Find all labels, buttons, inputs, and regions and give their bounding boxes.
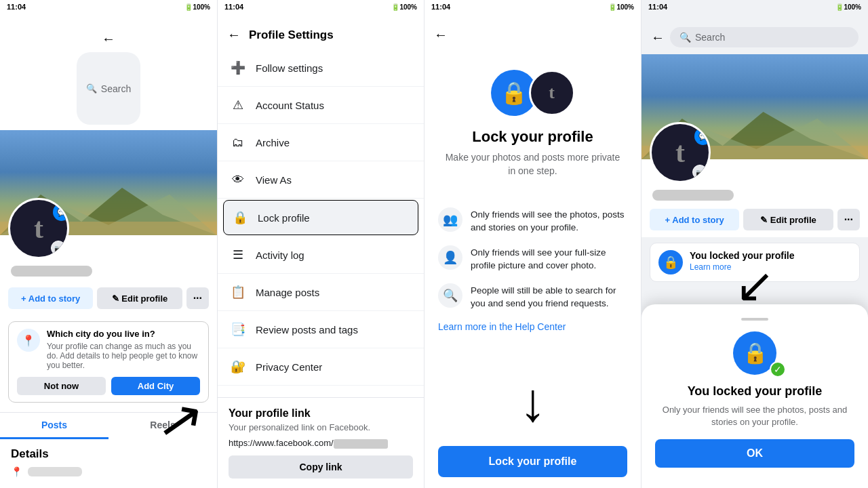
- back-button-4[interactable]: ←: [651, 30, 665, 45]
- menu-item-manage-posts[interactable]: 📋 Manage posts: [218, 274, 424, 311]
- signal-icons-3: 🔋100%: [608, 3, 634, 11]
- lock-features-list: 👥 Only friends will see the photos, post…: [425, 207, 641, 310]
- activity-log-label: Activity log: [256, 249, 304, 261]
- profile-section-1: t 📷 💬 + Add to story ✎ Edit profile ···: [0, 235, 217, 316]
- profile-pic-icon: 👤: [438, 245, 462, 270]
- privacy-center-label: Privacy Center: [256, 361, 322, 373]
- search-placeholder-4: Search: [695, 32, 725, 43]
- top-bar-4: ← 🔍 Search: [642, 12, 868, 54]
- top-bar-1: ← 🔍 Search: [0, 26, 217, 130]
- avatar-letter-1: t: [34, 212, 43, 245]
- add-story-button-4[interactable]: + Add to story: [650, 209, 739, 230]
- back-button-3[interactable]: ←: [434, 27, 448, 43]
- top-bar-2: ← Profile Settings: [218, 12, 424, 49]
- search-placeholder-1: Search: [101, 83, 131, 94]
- signal-icons-2: 🔋100%: [391, 3, 417, 11]
- search-box-1[interactable]: 🔍 Search: [77, 52, 140, 125]
- arrow-overlay-3: ↓: [519, 371, 547, 434]
- search-icon-4: 🔍: [679, 32, 691, 43]
- popup-title: You locked your profile: [655, 384, 854, 399]
- time-1: 11:04: [7, 3, 26, 11]
- follow-label: Follow settings: [256, 62, 323, 74]
- copy-link-button[interactable]: Copy link: [229, 455, 413, 479]
- menu-item-archive[interactable]: 🗂 Archive: [218, 124, 424, 161]
- lock-profile-icon: 🔒: [231, 208, 250, 227]
- time-4: 11:04: [648, 3, 667, 11]
- popup-check-icon: ✓: [770, 361, 786, 378]
- add-story-button-1[interactable]: + Add to story: [8, 287, 93, 309]
- not-now-button[interactable]: Not now: [17, 377, 106, 395]
- manage-posts-icon: 📋: [229, 283, 248, 302]
- city-card-header: 📍 Which city do you live in? Your profil…: [17, 329, 200, 370]
- profile-section-4: t 📷 💬 + Add to story ✎ Edit profile ···: [642, 159, 868, 237]
- page-title-2: Profile Settings: [249, 28, 334, 42]
- popup-handle: [741, 318, 768, 321]
- menu-item-account-status[interactable]: ⚠ Account Status: [218, 87, 424, 124]
- menu-item-activity-log[interactable]: ☰ Activity log: [218, 237, 424, 274]
- back-button-2[interactable]: ←: [227, 27, 241, 43]
- profile-link-subtitle: Your personalized link on Facebook.: [229, 422, 413, 432]
- url-suffix-blurred: XXXXXXX3: [334, 439, 388, 449]
- tab-posts[interactable]: Posts: [0, 413, 108, 439]
- lock-avatar-icon: t: [529, 70, 575, 116]
- popup-ok-button[interactable]: OK: [655, 439, 854, 468]
- action-buttons-1: + Add to story ✎ Edit profile ···: [8, 285, 209, 309]
- more-button-1[interactable]: ···: [186, 287, 209, 309]
- edit-profile-button-4[interactable]: ✎ Edit profile: [743, 209, 833, 230]
- view-as-icon: 👁: [229, 170, 248, 189]
- menu-item-search[interactable]: 🔍 Search: [218, 386, 424, 397]
- lock-feature-search: 🔍 People will still be able to search fo…: [438, 283, 627, 310]
- profile-name-bar-4: [652, 190, 734, 201]
- panel-3-lock-info: 11:04 🔋100% ← 🔒 t Lock your profile Make…: [424, 0, 641, 488]
- help-center-link[interactable]: Learn more in the Help Center: [438, 321, 627, 332]
- view-as-label: View As: [256, 174, 292, 186]
- archive-icon: 🗂: [229, 133, 248, 152]
- lock-subtitle: Make your photos and posts more private …: [441, 151, 625, 178]
- back-button-1[interactable]: ←: [102, 31, 115, 47]
- popup-icon-row: 🔒 ✓: [655, 331, 854, 375]
- profile-link-title: Your profile link: [229, 407, 413, 420]
- city-description: Your profile can change as much as you d…: [47, 342, 200, 370]
- menu-item-view-as[interactable]: 👁 View As: [218, 161, 424, 199]
- lock-feature-friends-posts: 👥 Only friends will see the photos, post…: [438, 207, 627, 235]
- profile-link-section: Your profile link Your personalized link…: [218, 397, 424, 488]
- url-prefix: https://www.facebook.com/: [229, 438, 334, 448]
- arrow-overlay-1: ↗: [158, 393, 203, 447]
- signal-icons-1: 🔋100%: [184, 3, 210, 11]
- search-icon-1: 🔍: [86, 83, 97, 94]
- friends-posts-icon: 👥: [438, 207, 462, 232]
- activity-log-icon: ☰: [229, 245, 248, 264]
- review-posts-icon: 📑: [229, 320, 248, 339]
- menu-item-lock-profile[interactable]: 🔒 Lock profile: [223, 200, 418, 235]
- camera-icon-4[interactable]: 📷: [692, 165, 707, 180]
- action-buttons-4: + Add to story ✎ Edit profile ···: [650, 209, 860, 230]
- panel-1-profile: 11:04 🔋100% ← 🔍 Search t 📷 💬 + Add to st…: [0, 0, 217, 488]
- location-value-bar: [28, 467, 82, 476]
- arrow-overlay-4: ↙: [735, 258, 775, 313]
- menu-item-privacy-center[interactable]: 🔐 Privacy Center: [218, 348, 424, 386]
- profile-name-bar-1: [11, 266, 92, 277]
- lock-notif-icon: 🔒: [658, 250, 683, 274]
- status-bar-4: 11:04 🔋100%: [642, 0, 868, 12]
- top-bar-3: ←: [425, 12, 641, 49]
- panel-4-locked: 11:04 🔋100% ← 🔍 Search t 📷 💬 + Add to st…: [641, 0, 868, 488]
- follow-icon: ➕: [229, 58, 248, 77]
- account-status-icon: ⚠: [229, 96, 248, 115]
- search-feature-icon: 🔍: [438, 283, 462, 308]
- menu-item-review-posts[interactable]: 📑 Review posts and tags: [218, 311, 424, 348]
- messenger-icon-1[interactable]: 💬: [53, 203, 69, 221]
- account-status-label: Account Status: [256, 100, 324, 111]
- confirm-popup: 🔒 ✓ You locked your profile Only your fr…: [642, 304, 868, 488]
- edit-profile-button-1[interactable]: ✎ Edit profile: [97, 287, 182, 309]
- avatar-1: t 📷 💬: [8, 198, 69, 259]
- camera-icon-1[interactable]: 📷: [51, 241, 66, 256]
- privacy-center-icon: 🔐: [229, 357, 248, 376]
- search-box-4[interactable]: 🔍 Search: [670, 27, 859, 47]
- avatar-4: t 📷 💬: [650, 122, 711, 183]
- menu-item-follow[interactable]: ➕ Follow settings: [218, 49, 424, 87]
- more-button-4[interactable]: ···: [837, 209, 860, 230]
- status-bar-1: 11:04 🔋100%: [0, 0, 217, 12]
- messenger-icon-4[interactable]: 💬: [694, 127, 711, 145]
- avatar-letter-4: t: [675, 136, 685, 169]
- lock-profile-button[interactable]: Lock your profile: [438, 446, 627, 477]
